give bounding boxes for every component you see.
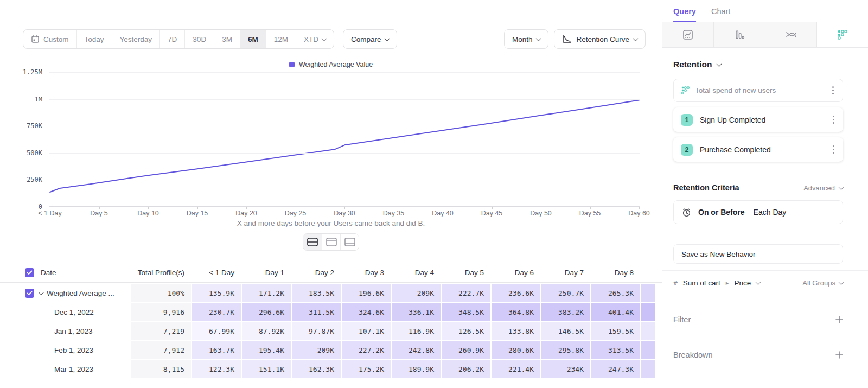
- retention-value-cell: 336.1K: [392, 303, 441, 321]
- chart-view-toggle[interactable]: [322, 234, 340, 250]
- retention-value-cell: 236.6K: [492, 284, 540, 302]
- granularity-button[interactable]: Month: [504, 29, 549, 49]
- date-range-6m[interactable]: 6M: [240, 30, 266, 48]
- row-expand-chevron-icon[interactable]: [39, 290, 44, 295]
- x-tick-label: Day 25: [285, 209, 307, 217]
- add-breakdown-button[interactable]: [835, 351, 843, 359]
- step-2-menu-button[interactable]: [832, 144, 835, 155]
- date-range-12m[interactable]: 12M: [266, 30, 296, 48]
- tab-retention[interactable]: [817, 22, 868, 47]
- retention-value-cell: 195.4K: [242, 341, 291, 359]
- retention-icon: [838, 30, 847, 40]
- compare-button[interactable]: Compare: [343, 29, 398, 49]
- profiles-cell: 9,916: [131, 303, 191, 321]
- column-header-10: Day 8: [591, 269, 640, 277]
- date-range-group: CustomTodayYesterday7D30D3M6M12MXTD: [23, 29, 334, 49]
- retention-value-cell: 260.9K: [442, 341, 490, 359]
- measure-row[interactable]: # Sum of cart ▸ Price All Groups: [673, 271, 843, 295]
- date-range-custom[interactable]: Custom: [23, 30, 76, 48]
- retention-value-cell: 313.5K: [591, 341, 640, 359]
- row-label-cell: Jan 1, 2023: [0, 322, 130, 340]
- advanced-dropdown[interactable]: Advanced: [803, 184, 843, 192]
- gridline: [49, 72, 640, 73]
- profiles-cell: 7,912: [131, 341, 191, 359]
- column-header-4: Day 2: [292, 269, 341, 277]
- retention-value-cell: 209K: [392, 284, 441, 302]
- legend-label: Weighted Average Value: [299, 61, 373, 68]
- date-range-30d[interactable]: 30D: [184, 30, 214, 48]
- retention-criteria-title: Retention Criteria: [673, 183, 739, 192]
- select-all-checkbox[interactable]: [25, 268, 34, 277]
- retention-value-cell: 230.7K: [192, 303, 241, 321]
- chevron-down-icon: [536, 36, 541, 41]
- x-tick-label: Day 5: [90, 209, 108, 217]
- tab-query[interactable]: Query: [673, 7, 696, 22]
- retention-value-cell: 227.2K: [342, 341, 391, 359]
- retention-value-cell: 151.1K: [242, 360, 291, 378]
- chart-type-button[interactable]: Retention Curve: [554, 29, 646, 49]
- date-range-label: 12M: [274, 35, 288, 43]
- x-tick-mark: [639, 207, 640, 209]
- retention-value-cell: 107.1K: [342, 322, 391, 340]
- date-range-yesterday[interactable]: Yesterday: [112, 30, 160, 48]
- advanced-label: Advanced: [803, 184, 835, 192]
- x-tick-label: Day 50: [530, 209, 552, 217]
- query-sidebar: Query Chart: [662, 0, 868, 388]
- tab-chart[interactable]: Chart: [711, 7, 730, 22]
- section-retention-dropdown[interactable]: Retention: [673, 60, 843, 69]
- x-axis-caption: X and more days before your Users came b…: [0, 219, 662, 227]
- x-tick-label: Day 30: [334, 209, 355, 217]
- tab-chart-label: Chart: [711, 7, 730, 16]
- table-view-toggle[interactable]: [340, 234, 359, 250]
- tab-flows[interactable]: [765, 22, 817, 47]
- retention-value-cell: 87.92K: [242, 322, 291, 340]
- y-tick-label: 250K: [27, 176, 42, 183]
- insights-icon: [682, 29, 693, 40]
- x-tick-mark: [246, 207, 247, 209]
- breadcrumb-arrow-icon: ▸: [726, 279, 729, 287]
- groups-label: All Groups: [802, 279, 835, 287]
- behavior-card[interactable]: Total spend of new users: [673, 79, 843, 102]
- retention-value-cell: 175.2K: [342, 360, 391, 378]
- date-range-xtd[interactable]: XTD: [296, 30, 334, 48]
- behavior-menu-button[interactable]: [831, 85, 835, 96]
- retention-value-cell: 348.5K: [442, 303, 490, 321]
- behavior-name: Total spend of new users: [695, 86, 826, 94]
- check-icon: [27, 291, 33, 296]
- flows-icon: [785, 29, 797, 40]
- date-range-3m[interactable]: 3M: [214, 30, 240, 48]
- chevron-down-icon: [756, 279, 761, 285]
- retention-value-cell: 159.5K: [591, 322, 640, 340]
- save-behavior-button[interactable]: Save as New Behavior: [673, 244, 843, 264]
- retention-value-cell: 122.3K: [192, 360, 241, 378]
- retention-curve-icon: [562, 34, 572, 44]
- step-1-card[interactable]: 1 Sign Up Completed: [673, 107, 843, 132]
- date-range-today[interactable]: Today: [76, 30, 112, 48]
- row-checkbox[interactable]: [25, 289, 34, 298]
- retention-value-cell: 311.5K: [292, 303, 341, 321]
- groups-dropdown[interactable]: All Groups: [802, 279, 843, 287]
- number-property-icon: #: [673, 279, 678, 287]
- add-filter-button[interactable]: [835, 316, 843, 323]
- x-tick-mark: [541, 207, 541, 209]
- retention-line-chart[interactable]: 0250K500K750K1M1.25M: [49, 72, 640, 207]
- step-1-menu-button[interactable]: [832, 115, 835, 125]
- gridline: [49, 99, 640, 100]
- clipped-value-cell: [641, 322, 655, 340]
- y-tick-label: 500K: [27, 149, 42, 157]
- retention-value-cell: 250.7K: [541, 284, 590, 302]
- split-view-toggle[interactable]: [303, 234, 322, 250]
- clipped-value-cell: [641, 284, 655, 302]
- step-2-card[interactable]: 2 Purchase Completed: [673, 137, 843, 162]
- retention-value-cell: 234K: [541, 360, 590, 378]
- chevron-down-icon: [321, 36, 327, 41]
- column-header-1: Total Profile(s): [131, 269, 191, 277]
- retention-value-cell: 364.8K: [492, 303, 540, 321]
- tab-insights[interactable]: [662, 22, 714, 47]
- date-range-7d[interactable]: 7D: [159, 30, 184, 48]
- tab-funnels[interactable]: [714, 22, 765, 47]
- criteria-timing-card[interactable]: On or Before Each Day: [673, 200, 843, 224]
- date-range-label: 7D: [168, 35, 177, 43]
- x-tick-label: Day 60: [628, 209, 650, 217]
- chevron-down-icon: [633, 36, 639, 41]
